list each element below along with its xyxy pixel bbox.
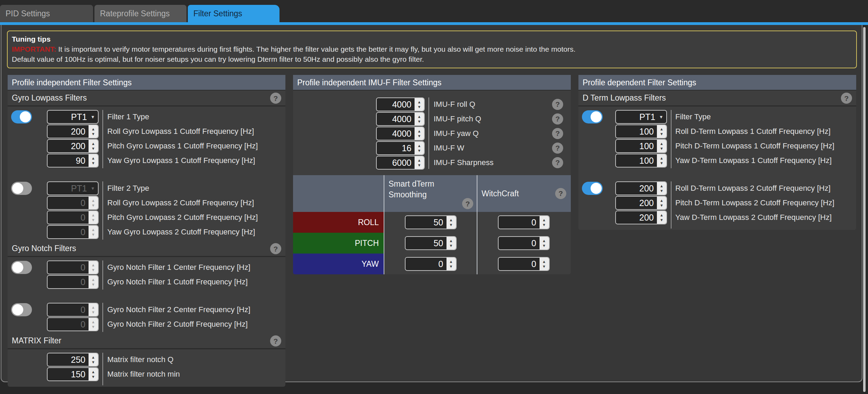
spinner-down-icon[interactable]: ▼ (91, 360, 95, 364)
gyro-lowpass-1-enable-toggle[interactable] (11, 110, 32, 123)
number-input[interactable] (48, 211, 89, 224)
number-input[interactable] (48, 197, 89, 209)
number-input[interactable] (616, 197, 657, 209)
spinner-down-icon[interactable]: ▼ (91, 325, 95, 329)
gyro-notch-1-enable-toggle[interactable] (11, 261, 32, 274)
spinner-up-icon[interactable]: ▲ (660, 142, 663, 146)
number-input[interactable] (616, 140, 657, 152)
number-input[interactable] (48, 261, 89, 274)
spinner-up-icon[interactable]: ▲ (542, 218, 546, 222)
spinner-up-icon[interactable]: ▲ (91, 199, 95, 203)
spinner-down-icon[interactable]: ▼ (660, 218, 663, 222)
help-icon[interactable]: ? (552, 157, 563, 168)
number-input[interactable] (616, 154, 657, 167)
number-spinner[interactable]: ▲▼ (89, 226, 98, 238)
number-input[interactable] (377, 142, 415, 154)
number-spinner[interactable]: ▲▼ (89, 140, 98, 152)
spinner-up-icon[interactable]: ▲ (660, 213, 663, 217)
help-icon[interactable]: ? (552, 99, 563, 110)
number-spinner[interactable]: ▲▼ (89, 276, 98, 288)
spinner-down-icon[interactable]: ▼ (660, 204, 663, 207)
spinner-down-icon[interactable]: ▼ (91, 233, 95, 237)
spinner-down-icon[interactable]: ▼ (660, 189, 663, 193)
spinner-up-icon[interactable]: ▲ (91, 306, 95, 309)
gyro-lowpass-1-type-select[interactable]: PT1▾ (47, 110, 99, 124)
number-spinner[interactable]: ▲▼ (89, 303, 98, 316)
spinner-up-icon[interactable]: ▲ (417, 100, 421, 104)
spinner-up-icon[interactable]: ▲ (91, 370, 95, 374)
help-icon[interactable]: ? (552, 143, 563, 154)
spinner-up-icon[interactable]: ▲ (660, 156, 663, 160)
number-input[interactable] (499, 216, 540, 229)
vertical-scrollbar[interactable] (863, 27, 866, 392)
spinner-down-icon[interactable]: ▼ (660, 161, 663, 165)
number-spinner[interactable]: ▲▼ (89, 197, 98, 209)
number-input[interactable] (616, 211, 657, 224)
number-spinner[interactable]: ▲▼ (89, 368, 98, 380)
spinner-up-icon[interactable]: ▲ (660, 184, 663, 188)
help-icon[interactable]: ? (555, 188, 566, 199)
number-spinner[interactable]: ▲▼ (446, 237, 456, 249)
tab-rateprofile-settings[interactable]: Rateprofile Settings (94, 5, 186, 22)
help-icon[interactable]: ? (270, 243, 281, 254)
spinner-down-icon[interactable]: ▼ (660, 132, 663, 136)
tab-pid-settings[interactable]: PID Settings (0, 5, 93, 22)
number-spinner[interactable]: ▲▼ (89, 353, 98, 366)
gyro-lowpass-2-type-select[interactable]: PT1▾ (47, 181, 99, 195)
number-spinner[interactable]: ▲▼ (415, 156, 424, 169)
number-input[interactable] (406, 258, 446, 270)
spinner-down-icon[interactable]: ▼ (91, 218, 95, 222)
number-input[interactable] (48, 226, 89, 238)
spinner-up-icon[interactable]: ▲ (449, 218, 453, 222)
spinner-down-icon[interactable]: ▼ (449, 244, 453, 248)
number-spinner[interactable]: ▲▼ (89, 125, 98, 138)
number-spinner[interactable]: ▲▼ (446, 216, 456, 229)
spinner-down-icon[interactable]: ▼ (417, 105, 421, 109)
spinner-down-icon[interactable]: ▼ (417, 163, 421, 167)
spinner-down-icon[interactable]: ▼ (542, 265, 546, 268)
number-spinner[interactable]: ▲▼ (657, 140, 666, 152)
spinner-up-icon[interactable]: ▲ (91, 278, 95, 282)
spinner-up-icon[interactable]: ▲ (417, 144, 421, 148)
spinner-down-icon[interactable]: ▼ (417, 120, 421, 123)
spinner-down-icon[interactable]: ▼ (91, 204, 95, 207)
number-input[interactable] (499, 237, 540, 249)
number-input[interactable] (616, 125, 657, 138)
help-icon[interactable]: ? (270, 335, 281, 346)
spinner-down-icon[interactable]: ▼ (91, 147, 95, 151)
number-spinner[interactable]: ▲▼ (657, 197, 666, 209)
spinner-down-icon[interactable]: ▼ (449, 223, 453, 227)
spinner-down-icon[interactable]: ▼ (542, 223, 546, 227)
spinner-down-icon[interactable]: ▼ (542, 244, 546, 248)
number-spinner[interactable]: ▲▼ (540, 237, 549, 249)
number-input[interactable] (48, 318, 89, 331)
number-spinner[interactable]: ▲▼ (415, 98, 424, 111)
number-spinner[interactable]: ▲▼ (657, 182, 666, 195)
spinner-up-icon[interactable]: ▲ (417, 159, 421, 162)
number-input[interactable] (48, 353, 89, 366)
number-spinner[interactable]: ▲▼ (89, 154, 98, 167)
spinner-down-icon[interactable]: ▼ (660, 147, 663, 151)
help-icon[interactable]: ? (270, 93, 281, 104)
spinner-down-icon[interactable]: ▼ (91, 268, 95, 272)
dterm-filter-type-select[interactable]: PT1▾ (615, 110, 667, 124)
spinner-down-icon[interactable]: ▼ (417, 149, 421, 153)
number-input[interactable] (48, 140, 89, 152)
spinner-up-icon[interactable]: ▲ (542, 260, 546, 264)
gyro-lowpass-2-enable-toggle[interactable] (11, 182, 32, 195)
number-input[interactable] (616, 182, 657, 195)
help-icon[interactable]: ? (462, 198, 473, 209)
number-spinner[interactable]: ▲▼ (415, 127, 424, 140)
spinner-up-icon[interactable]: ▲ (91, 228, 95, 232)
spinner-up-icon[interactable]: ▲ (91, 156, 95, 160)
number-input[interactable] (377, 113, 415, 125)
number-input[interactable] (48, 154, 89, 167)
gyro-notch-2-enable-toggle[interactable] (11, 303, 32, 316)
number-input[interactable] (406, 237, 446, 249)
help-icon[interactable]: ? (552, 128, 563, 139)
number-spinner[interactable]: ▲▼ (89, 261, 98, 274)
number-spinner[interactable]: ▲▼ (415, 142, 424, 154)
spinner-up-icon[interactable]: ▲ (542, 239, 546, 243)
dterm-lowpass-2-enable-toggle[interactable] (582, 182, 603, 195)
spinner-up-icon[interactable]: ▲ (91, 127, 95, 131)
